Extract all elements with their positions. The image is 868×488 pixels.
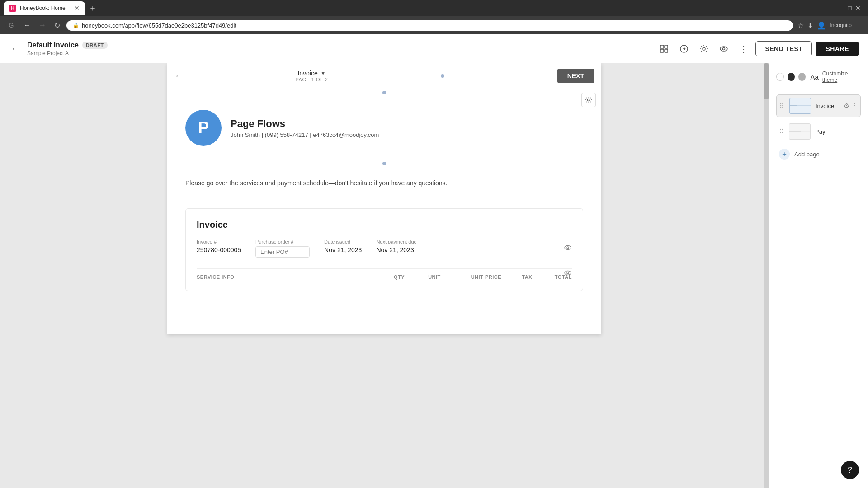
- intro-section: Please go over the services and payment …: [167, 167, 601, 199]
- dark-color-swatch[interactable]: [788, 73, 795, 81]
- table-visibility-toggle[interactable]: [564, 269, 572, 279]
- preview-icon: [719, 44, 728, 53]
- reload-button[interactable]: ↻: [52, 19, 62, 32]
- download-icon[interactable]: ⬇: [807, 21, 813, 30]
- col-service-header: SERVICE INFO: [197, 274, 382, 280]
- invoice-page: ← Invoice ▼ PAGE 1 OF 2 NEXT: [167, 63, 601, 334]
- svg-point-11: [565, 271, 571, 275]
- business-logo: P: [185, 110, 222, 146]
- col-qty-header: QTY: [386, 274, 413, 280]
- browser-tab[interactable]: H HoneyBook: Home ✕: [4, 1, 85, 15]
- page-item-invoice[interactable]: ⠿ Invoice ⚙ ⋮: [776, 94, 861, 117]
- new-tab-button[interactable]: ＋: [89, 3, 97, 14]
- next-button[interactable]: NEXT: [557, 69, 594, 83]
- top-bar-actions: ⋮ SEND TEST SHARE: [656, 41, 859, 57]
- intro-text: Please go over the services and payment …: [185, 178, 583, 188]
- share-button[interactable]: SHARE: [816, 42, 859, 56]
- table-eye-icon: [564, 269, 572, 277]
- col-price-header: UNIT PRICE: [456, 274, 501, 280]
- invoice-page-more-icon[interactable]: ⋮: [851, 102, 858, 109]
- svg-point-12: [567, 272, 569, 274]
- back-to-list-button[interactable]: ←: [9, 42, 22, 56]
- drag-handle-invoice[interactable]: ⠿: [779, 102, 784, 109]
- tab-title: HoneyBook: Home: [20, 5, 66, 11]
- col-unit-header: UNIT: [416, 274, 453, 280]
- canvas-back-button[interactable]: ←: [175, 71, 183, 81]
- forward-nav-button[interactable]: →: [37, 19, 48, 31]
- main-content: ← Invoice ▼ PAGE 1 OF 2 NEXT: [0, 63, 868, 488]
- dot-top: [382, 91, 386, 94]
- add-page-row[interactable]: ＋ Add page: [776, 146, 861, 162]
- page-type-dropdown[interactable]: ▼: [321, 70, 326, 76]
- scrollbar[interactable]: [764, 63, 769, 488]
- more-options-button[interactable]: ⋮: [736, 41, 752, 57]
- business-details: Page Flows John Smith | (099) 558-74217 …: [231, 118, 379, 138]
- tab-close-button[interactable]: ✕: [74, 5, 80, 12]
- svg-point-9: [565, 245, 571, 249]
- meta-visibility-toggle[interactable]: [564, 244, 572, 253]
- section-dot-top: [167, 89, 601, 96]
- add-page-label: Add page: [794, 151, 820, 158]
- help-button[interactable]: ?: [841, 461, 859, 479]
- section-dot-bottom: [167, 160, 601, 167]
- invoice-section: Invoice Invoice # 250780-000005 Purchase…: [185, 208, 583, 291]
- pay-page-label: Pay: [815, 128, 858, 135]
- swap-icon-button[interactable]: [676, 41, 692, 57]
- settings-icon: [699, 44, 708, 53]
- svg-point-6: [720, 47, 727, 51]
- pages-list: ⠿ Invoice ⚙ ⋮ ⠿: [776, 94, 861, 162]
- invoice-info: Default Invoice DRAFT Sample Project A: [27, 41, 651, 56]
- menu-icon[interactable]: ⋮: [855, 21, 863, 30]
- invoice-page-thumbnail: [789, 98, 811, 114]
- svg-point-10: [567, 247, 569, 249]
- back-nav-button[interactable]: ←: [22, 19, 33, 31]
- font-preview: Aa: [810, 73, 818, 81]
- next-payment-value: Nov 21, 2023: [376, 246, 416, 253]
- invoice-page-settings-icon[interactable]: ⚙: [844, 102, 849, 109]
- table-header: SERVICE INFO QTY UNIT UNIT PRICE TAX TOT…: [197, 274, 572, 280]
- address-text: honeybook.com/app/flow/655d7dae0e2be3125…: [82, 22, 236, 29]
- draft-badge: DRAFT: [82, 42, 108, 49]
- canvas-page-type: Invoice ▼: [297, 70, 326, 77]
- customize-theme-link[interactable]: Customize theme: [822, 70, 861, 83]
- gray-color-swatch[interactable]: [798, 73, 806, 81]
- profile-icon[interactable]: 👤: [817, 21, 826, 30]
- invoice-heading: Invoice: [197, 220, 572, 230]
- svg-point-7: [723, 47, 725, 50]
- template-icon-button[interactable]: [656, 41, 672, 57]
- svg-rect-0: [660, 45, 664, 48]
- scroll-handle[interactable]: [764, 63, 769, 99]
- po-label: Purchase order #: [255, 239, 310, 244]
- settings-icon-button[interactable]: [696, 41, 712, 57]
- swap-icon: [679, 44, 689, 53]
- business-header: P Page Flows John Smith | (099) 558-7421…: [167, 96, 601, 160]
- window-close-button[interactable]: ✕: [855, 5, 861, 12]
- preview-icon-button[interactable]: [716, 41, 732, 57]
- eye-icon: [564, 244, 572, 252]
- logo-letter: P: [198, 118, 209, 137]
- tab-favicon: H: [9, 5, 16, 12]
- po-input[interactable]: [255, 246, 310, 258]
- canvas-page-type-label: Invoice: [297, 70, 317, 77]
- invoice-page-label: Invoice: [816, 103, 839, 109]
- invoice-title-text: Default Invoice: [27, 41, 79, 49]
- address-bar[interactable]: 🔒 honeybook.com/app/flow/655d7dae0e2be31…: [66, 20, 793, 31]
- bookmark-icon[interactable]: ☆: [797, 21, 804, 30]
- page-dot: [441, 74, 444, 78]
- svg-point-8: [588, 99, 590, 101]
- window-minimize-button[interactable]: —: [838, 5, 844, 12]
- business-contact: John Smith | (099) 558-74217 | e4763cc4@…: [231, 131, 379, 138]
- white-color-swatch[interactable]: [776, 73, 784, 81]
- invoice-number-label: Invoice #: [197, 239, 241, 244]
- incognito-label: Incognito: [830, 22, 852, 28]
- date-issued-group: Date issued Nov 21, 2023: [324, 239, 362, 253]
- date-issued-label: Date issued: [324, 239, 362, 244]
- section-settings-button[interactable]: [581, 93, 596, 107]
- invoice-number-value: 250780-000005: [197, 246, 241, 253]
- svg-rect-3: [665, 49, 668, 52]
- page-item-pay[interactable]: ⠿ Pay: [776, 121, 861, 142]
- po-group: Purchase order #: [255, 239, 310, 258]
- window-restore-button[interactable]: □: [848, 5, 852, 12]
- send-test-button[interactable]: SEND TEST: [755, 41, 812, 56]
- drag-handle-pay[interactable]: ⠿: [779, 128, 783, 135]
